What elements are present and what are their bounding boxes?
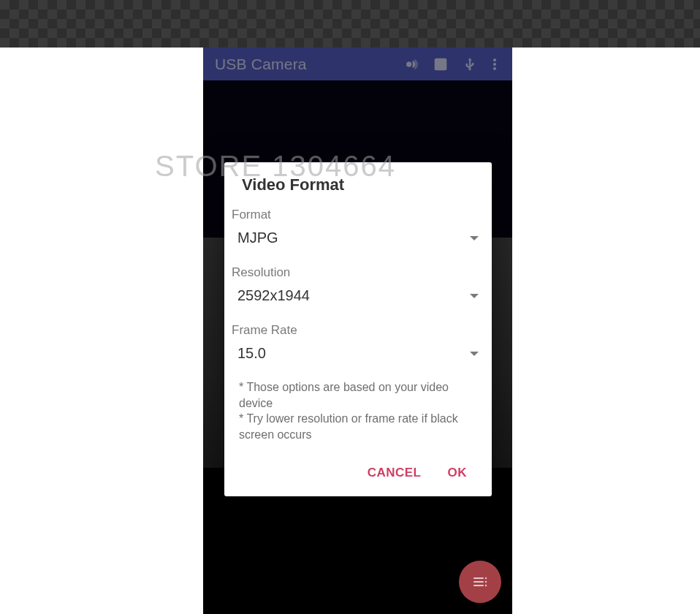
list-icon <box>471 573 489 591</box>
svg-point-5 <box>485 577 487 579</box>
video-format-dialog: Video Format Format MJPG Resolution 2592… <box>224 162 492 496</box>
resolution-label: Resolution <box>224 258 492 280</box>
usb-icon[interactable] <box>455 57 484 72</box>
hint-line-2: * Try lower resolution or frame rate if … <box>239 411 477 442</box>
exposure-icon[interactable] <box>426 57 455 72</box>
dialog-actions: CANCEL OK <box>224 444 492 493</box>
svg-point-0 <box>406 61 411 67</box>
framerate-label: Frame Rate <box>224 316 492 338</box>
svg-point-3 <box>493 63 495 65</box>
chevron-down-icon <box>470 294 479 298</box>
app-bar: USB Camera <box>203 48 512 80</box>
cancel-button[interactable]: CANCEL <box>363 463 426 483</box>
resolution-value: 2592x1944 <box>237 287 310 304</box>
phone-screen: USB Camera Video Format Format MJPG Reso… <box>203 48 512 614</box>
format-label: Format <box>224 200 492 222</box>
svg-point-2 <box>493 58 495 61</box>
motion-icon[interactable] <box>397 57 426 72</box>
app-title: USB Camera <box>215 56 397 73</box>
svg-point-7 <box>485 585 487 586</box>
format-value: MJPG <box>237 230 278 246</box>
dialog-hints: * Those options are based on your video … <box>224 374 492 444</box>
chevron-down-icon <box>470 352 479 356</box>
chevron-down-icon <box>470 236 479 240</box>
more-vert-icon[interactable] <box>484 57 505 72</box>
ok-button[interactable]: OK <box>444 463 472 483</box>
hint-line-1: * Those options are based on your video … <box>239 379 477 411</box>
svg-point-6 <box>485 581 487 583</box>
format-select[interactable]: MJPG <box>230 225 486 254</box>
svg-point-4 <box>493 67 495 69</box>
record-fab[interactable] <box>459 561 501 603</box>
framerate-value: 15.0 <box>237 345 266 362</box>
dialog-title: Video Format <box>224 162 492 200</box>
framerate-select[interactable]: 15.0 <box>230 341 486 369</box>
checkerboard-background <box>0 0 700 48</box>
resolution-select[interactable]: 2592x1944 <box>230 283 486 311</box>
